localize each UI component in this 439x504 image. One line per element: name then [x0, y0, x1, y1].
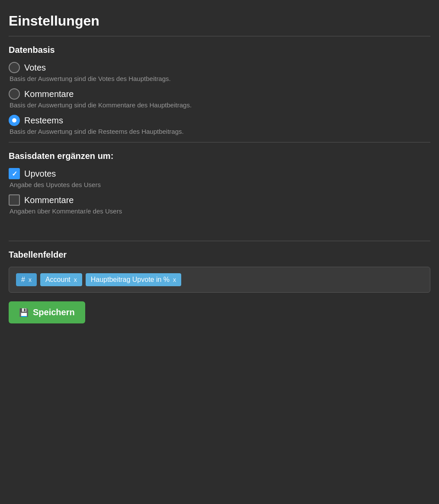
tabellenfelder-title: Tabellenfelder [9, 250, 430, 260]
checkbox-item-upvotes: Upvotes [9, 168, 430, 179]
save-button[interactable]: 💾 Speichern [9, 301, 85, 323]
save-button-label: Speichern [33, 307, 75, 317]
tag-hash[interactable]: # x [16, 273, 37, 286]
save-icon: 💾 [19, 308, 29, 317]
radio-item-resteems: Resteems [9, 115, 430, 126]
checkbox-upvotes[interactable] [9, 168, 20, 179]
divider-top [9, 36, 430, 36]
radio-item-votes: Votes [9, 62, 430, 73]
checkbox-upvotes-label[interactable]: Upvotes [24, 169, 56, 179]
tag-account-label: Account [45, 276, 70, 284]
datenbasis-section: Datenbasis Votes Basis der Auswertung si… [9, 45, 430, 135]
radio-item-kommentare: Kommentare [9, 88, 430, 100]
kommentare2-description: Angaben über Kommentar/e des Users [10, 207, 430, 215]
checkbox-item-kommentare: Kommentare [9, 194, 430, 206]
radio-resteems-label[interactable]: Resteems [24, 116, 63, 126]
radio-votes[interactable] [9, 62, 20, 73]
divider-bottom [9, 241, 430, 241]
tag-hauptbeitrag-remove[interactable]: x [173, 276, 176, 283]
page-title: Einstellungen [9, 13, 430, 29]
tag-hauptbeitrag-label: Hauptbeitrag Upvote in % [91, 276, 170, 284]
checkbox-kommentare[interactable] [9, 194, 20, 206]
divider-middle [9, 142, 430, 142]
kommentare-description: Basis der Auswertung sind die Kommentare… [10, 101, 430, 109]
radio-resteems[interactable] [9, 115, 20, 126]
resteems-description: Basis der Auswertung sind die Resteems d… [10, 128, 430, 135]
tabellenfelder-section: Tabellenfelder # x Account x Hauptbeitra… [9, 250, 430, 293]
votes-description: Basis der Auswertung sind die Votes des … [10, 75, 430, 82]
tags-container: # x Account x Hauptbeitrag Upvote in % x [9, 267, 430, 293]
basisdaten-section: Basisdaten ergänzen um: Upvotes Angabe d… [9, 151, 430, 215]
tag-account[interactable]: Account x [40, 273, 82, 286]
checkbox-kommentare-label[interactable]: Kommentare [24, 195, 74, 205]
upvotes-description: Angabe des Upvotes des Users [10, 181, 430, 188]
radio-kommentare[interactable] [9, 88, 20, 100]
tag-hauptbeitrag[interactable]: Hauptbeitrag Upvote in % x [86, 273, 181, 286]
tag-hash-remove[interactable]: x [29, 276, 32, 283]
radio-kommentare-label[interactable]: Kommentare [24, 89, 74, 99]
datenbasis-title: Datenbasis [9, 45, 430, 55]
tag-hash-label: # [21, 276, 25, 284]
tag-account-remove[interactable]: x [74, 276, 77, 283]
basisdaten-title: Basisdaten ergänzen um: [9, 151, 430, 161]
radio-votes-label[interactable]: Votes [24, 63, 46, 73]
